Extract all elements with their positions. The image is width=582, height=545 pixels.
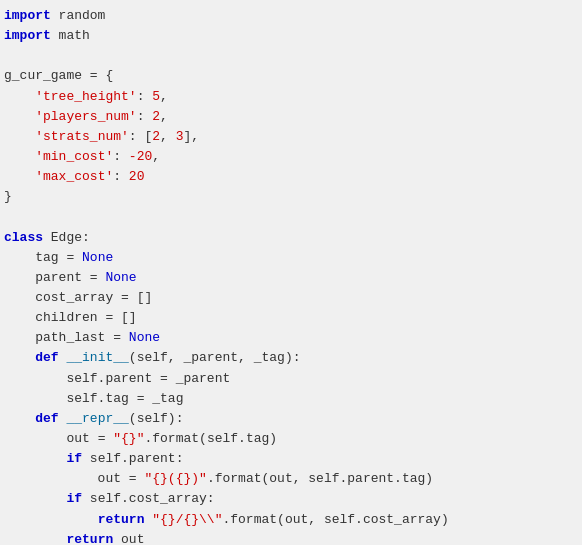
code-line-8: 'min_cost': -20,: [4, 147, 578, 167]
code-line-5: 'tree_height': 5,: [4, 87, 578, 107]
code-line-18: def __init__(self, _parent, _tag):: [4, 348, 578, 368]
code-line-20: self.tag = _tag: [4, 389, 578, 409]
code-line-10: }: [4, 187, 578, 207]
code-line-16: children = []: [4, 308, 578, 328]
code-line-27: return out: [4, 530, 578, 545]
code-line-7: 'strats_num': [2, 3],: [4, 127, 578, 147]
code-line-17: path_last = None: [4, 328, 578, 348]
code-line-24: out = "{}({})".format(out, self.parent.t…: [4, 469, 578, 489]
code-line-11: [4, 207, 578, 227]
code-line-15: cost_array = []: [4, 288, 578, 308]
code-line-23: if self.parent:: [4, 449, 578, 469]
code-line-12: class Edge:: [4, 228, 578, 248]
code-line-26: return "{}/{}\\".format(out, self.cost_a…: [4, 510, 578, 530]
code-line-3: [4, 46, 578, 66]
code-line-9: 'max_cost': 20: [4, 167, 578, 187]
code-line-22: out = "{}".format(self.tag): [4, 429, 578, 449]
code-line-13: tag = None: [4, 248, 578, 268]
code-line-19: self.parent = _parent: [4, 369, 578, 389]
code-line-14: parent = None: [4, 268, 578, 288]
code-line-1: import random: [4, 6, 578, 26]
code-line-21: def __repr__(self):: [4, 409, 578, 429]
code-line-4: g_cur_game = {: [4, 66, 578, 86]
code-editor: import random import math g_cur_game = {…: [0, 0, 582, 545]
code-line-25: if self.cost_array:: [4, 489, 578, 509]
code-line-2: import math: [4, 26, 578, 46]
code-line-6: 'players_num': 2,: [4, 107, 578, 127]
